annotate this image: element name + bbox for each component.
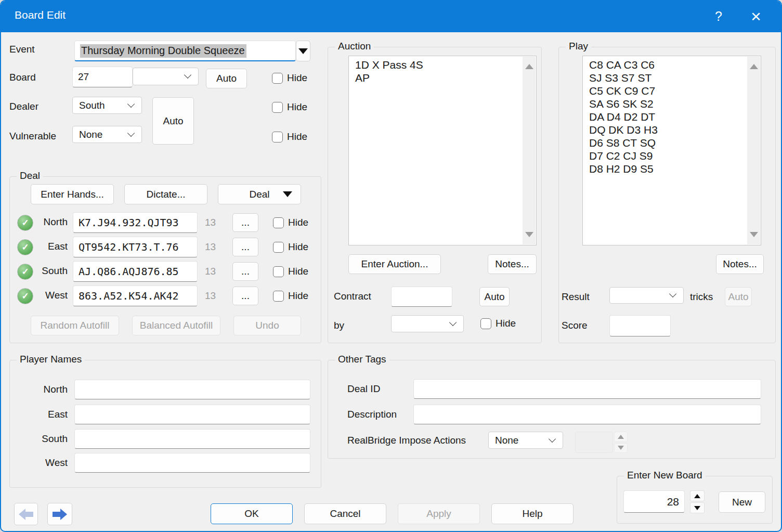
down-arrow-icon <box>618 446 624 450</box>
north-seat-label: North <box>32 216 68 228</box>
undo-button[interactable]: Undo <box>233 316 301 335</box>
enter-hands-button[interactable]: Enter Hands... <box>31 184 114 204</box>
deal-dropdown-button[interactable]: Deal <box>218 184 301 204</box>
board-subtype-combobox[interactable] <box>133 68 199 85</box>
event-field[interactable]: Thursday Morning Double Squeeze <box>74 41 296 61</box>
play-line: SJ S3 S7 ST <box>589 71 745 84</box>
event-dropdown-button[interactable] <box>296 41 310 61</box>
player-north-input[interactable] <box>74 380 310 399</box>
realbridge-count-spinner <box>614 432 628 453</box>
balanced-autofill-button[interactable]: Balanced Autofill <box>132 316 220 335</box>
title-bar[interactable]: Board Edit ? × <box>0 0 782 32</box>
board-auto-button[interactable]: Auto <box>206 69 247 88</box>
contract-hide-checkbox[interactable] <box>480 318 491 329</box>
scroll-up-icon[interactable] <box>525 64 533 69</box>
apply-button[interactable]: Apply <box>398 503 480 524</box>
dealer-combobox[interactable]: South <box>72 97 142 114</box>
description-input[interactable] <box>413 405 761 424</box>
scroll-down-icon[interactable] <box>750 232 758 237</box>
south-card-count: 13 <box>205 266 216 277</box>
play-line: SA S6 SK S2 <box>589 97 745 110</box>
south-hide-checkbox[interactable] <box>273 266 284 277</box>
board-hide-row: Hide <box>272 72 307 84</box>
new-button[interactable]: New <box>719 491 765 513</box>
cancel-button[interactable]: Cancel <box>304 503 386 524</box>
help-button[interactable]: Help <box>491 503 574 524</box>
player-east-label: East <box>22 409 68 420</box>
vulnerable-hide-label: Hide <box>287 131 307 142</box>
west-hand-input[interactable] <box>73 286 198 306</box>
play-listbox[interactable]: C8 CA C3 C6 SJ S3 S7 ST C5 CK C9 C7 SA S… <box>582 56 761 245</box>
result-auto-button[interactable]: Auto <box>725 287 752 306</box>
dealer-vulnerable-auto-button[interactable]: Auto <box>152 97 194 145</box>
player-south-input[interactable] <box>74 429 310 449</box>
new-board-spinner <box>690 490 705 513</box>
dictate-button[interactable]: Dictate... <box>124 184 207 204</box>
east-valid-check-icon: ✓ <box>17 239 33 255</box>
play-line: DQ DK D3 H3 <box>589 123 745 136</box>
dealer-hide-label: Hide <box>287 101 307 113</box>
play-scrollbar[interactable] <box>747 57 760 244</box>
contract-hide-label: Hide <box>496 318 516 329</box>
board-hide-checkbox[interactable] <box>272 73 283 84</box>
chevron-down-icon <box>549 435 556 442</box>
down-arrow-icon <box>694 506 700 510</box>
board-label: Board <box>9 72 36 83</box>
south-more-button[interactable]: ... <box>232 262 258 281</box>
play-line: C5 CK C9 C7 <box>589 84 745 97</box>
auction-notes-button[interactable]: Notes... <box>488 254 537 274</box>
auction-listbox[interactable]: 1D X Pass 4S AP <box>348 56 537 245</box>
north-more-button[interactable]: ... <box>232 213 258 232</box>
up-arrow-icon <box>618 435 624 439</box>
east-hide-checkbox[interactable] <box>273 242 284 253</box>
enter-new-board-group-label: Enter New Board <box>624 470 706 481</box>
random-autofill-button[interactable]: Random Autofill <box>31 316 119 335</box>
up-arrow-icon <box>694 494 700 498</box>
close-icon[interactable]: × <box>739 0 773 32</box>
enter-auction-button[interactable]: Enter Auction... <box>348 254 441 274</box>
score-label: Score <box>562 320 588 331</box>
player-east-input[interactable] <box>74 405 310 424</box>
east-hand-input[interactable] <box>73 237 198 257</box>
contract-input[interactable] <box>391 287 452 307</box>
spinner-up-button[interactable] <box>690 490 705 501</box>
north-hide-label: Hide <box>288 217 308 228</box>
right-arrow-icon <box>52 509 68 520</box>
scroll-up-icon[interactable] <box>750 64 758 69</box>
east-hide-label: Hide <box>288 241 308 253</box>
score-input[interactable] <box>609 315 671 336</box>
west-more-button[interactable]: ... <box>232 287 258 305</box>
by-combobox[interactable] <box>391 315 464 332</box>
deal-id-input[interactable] <box>413 379 761 399</box>
vulnerable-hide-checkbox[interactable] <box>272 132 283 142</box>
east-more-button[interactable]: ... <box>232 238 258 256</box>
by-label: by <box>334 320 344 331</box>
player-west-input[interactable] <box>74 453 310 473</box>
ok-button[interactable]: OK <box>211 503 293 524</box>
result-combobox[interactable] <box>609 287 684 304</box>
new-board-number-input[interactable] <box>623 490 685 513</box>
south-hide-row: Hide <box>273 266 308 277</box>
north-hand-input[interactable] <box>73 212 198 233</box>
left-arrow-icon <box>18 509 34 520</box>
help-icon[interactable]: ? <box>702 0 735 32</box>
vulnerable-combobox[interactable]: None <box>72 126 142 143</box>
scroll-down-icon[interactable] <box>525 232 533 237</box>
auction-scrollbar[interactable] <box>523 57 536 244</box>
next-board-button[interactable] <box>47 503 72 525</box>
realbridge-count-input <box>575 432 613 453</box>
dealer-hide-checkbox[interactable] <box>272 102 283 113</box>
board-edit-dialog: Board Edit ? × Event Thursday Morning Do… <box>0 0 782 532</box>
previous-board-button[interactable] <box>14 503 38 525</box>
realbridge-combobox[interactable]: None <box>488 432 563 449</box>
play-notes-button[interactable]: Notes... <box>716 254 764 274</box>
north-hide-checkbox[interactable] <box>273 217 284 228</box>
north-valid-check-icon: ✓ <box>17 215 33 231</box>
chevron-down-icon <box>669 290 676 297</box>
play-line: DA D4 D2 DT <box>589 110 745 123</box>
south-hand-input[interactable] <box>73 261 198 282</box>
board-number-input[interactable] <box>72 67 133 87</box>
west-hide-checkbox[interactable] <box>273 291 284 302</box>
spinner-down-button[interactable] <box>690 502 705 513</box>
contract-auto-button[interactable]: Auto <box>479 287 510 306</box>
